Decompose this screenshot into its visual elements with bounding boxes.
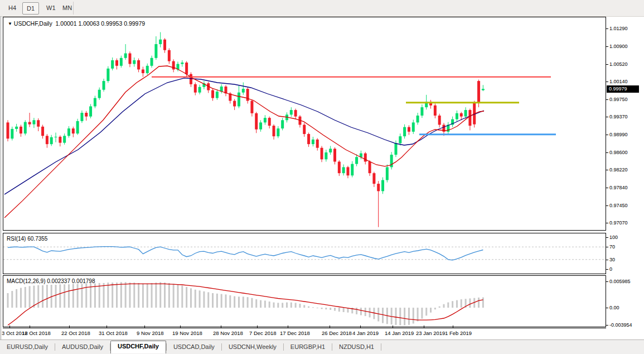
macd-histogram-bar [456, 300, 458, 308]
time-tick [144, 326, 145, 328]
macd-histogram-bar [399, 308, 401, 326]
time-tick [30, 326, 30, 328]
rsi-tick [606, 260, 608, 260]
macd-histogram-bar [243, 296, 244, 308]
time-tick-label: 28 Nov 2018 [213, 330, 243, 336]
chart-tab-eurusd[interactable]: EURUSD,Daily [0, 342, 55, 352]
macd-histogram-bar [299, 304, 301, 308]
rsi-canvas[interactable] [3, 233, 606, 273]
bull-candle [417, 116, 419, 122]
macd-histogram-bar [382, 308, 384, 323]
macd-histogram-bar [377, 308, 379, 321]
price-tick-label: 0.98600 [609, 150, 628, 155]
macd-histogram-bar [469, 298, 471, 308]
mt4-window: { "toolbar": {"buttons": ["H4","D1","W1"… [0, 0, 644, 354]
macd-histogram-bar [282, 303, 283, 308]
bull-candle [55, 137, 57, 137]
time-tick [360, 326, 361, 328]
macd-histogram-bar [20, 288, 22, 308]
macd-histogram-bar [203, 291, 205, 308]
macd-histogram-bar [142, 284, 144, 308]
price-tick-label: 0.98220 [609, 168, 628, 173]
price-tick [606, 64, 608, 65]
macd-histogram-bar [42, 285, 43, 308]
macd-histogram-bar [99, 283, 100, 308]
macd-histogram-bar [177, 285, 178, 308]
timeframe-button-d1[interactable]: D1 [22, 2, 39, 15]
bull-candle [312, 140, 314, 144]
time-tick-label: 26 Dec 2018 [322, 330, 352, 336]
bear-candle [72, 128, 75, 133]
price-tick [606, 82, 608, 82]
time-tick-label: 19 Nov 2018 [172, 330, 202, 336]
macd-histogram-bar [264, 300, 266, 308]
bull-candle [420, 107, 423, 116]
bear-candle [115, 60, 118, 66]
macd-histogram-bar [247, 297, 249, 308]
chart-tab-usdcnh[interactable]: USDCNH,Weekly [222, 342, 283, 352]
macd-histogram-bar [199, 290, 201, 308]
macd-histogram-bar [447, 303, 449, 308]
bear-candle [211, 90, 214, 98]
macd-histogram-bar [408, 308, 410, 325]
price-tick [606, 152, 608, 153]
macd-histogram-bar [37, 285, 39, 308]
macd-histogram-bar [64, 284, 65, 308]
macd-histogram-bar [234, 296, 235, 308]
bear-candle [468, 110, 471, 126]
price-tick [606, 223, 608, 223]
macd-histogram-bar [77, 284, 79, 308]
macd-histogram-bar [439, 307, 440, 308]
time-tick-label: 7 Dec 2018 [249, 330, 277, 336]
macd-histogram-bar [343, 308, 345, 312]
bull-candle [238, 93, 240, 107]
price-chart-canvas[interactable] [3, 17, 606, 229]
price-tick [606, 170, 608, 170]
chart-tab-usdcad[interactable]: USDCAD,Daily [167, 342, 221, 352]
bull-candle [456, 113, 458, 119]
chart-tab-audusd[interactable]: AUDUSD,Daily [55, 342, 110, 352]
price-tick-label: 0.99750 [609, 97, 628, 102]
bull-candle [464, 110, 467, 117]
chart-tab-eurgbp[interactable]: EURGBP,H1 [284, 342, 332, 352]
timeframe-button-w1[interactable]: W1 [42, 2, 60, 13]
macd-histogram-bar [273, 303, 275, 308]
macd-histogram-bar [225, 294, 227, 308]
bull-candle [198, 87, 201, 93]
macd-histogram-bar [155, 283, 157, 308]
bear-candle [163, 40, 166, 50]
bull-candle [89, 106, 92, 116]
bull-candle [111, 60, 114, 69]
bear-candle [303, 125, 306, 134]
bear-candle [250, 101, 253, 113]
bear-candle [255, 113, 258, 130]
time-tick-label: 22 Oct 2018 [61, 330, 90, 336]
bull-candle [133, 60, 135, 64]
macd-histogram-bar [330, 308, 331, 310]
time-axis-line [3, 328, 606, 328]
bear-candle [20, 127, 22, 133]
macd-histogram-bar [260, 300, 262, 308]
macd-histogram-bar [290, 303, 292, 308]
macd-tick-label: 0.005985 [609, 279, 631, 284]
macd-canvas[interactable] [3, 276, 606, 327]
bull-candle [106, 69, 109, 81]
time-tick-label: 4 Jan 2019 [352, 330, 379, 336]
chart-tab-nzdusd[interactable]: NZDUSD,H1 [332, 342, 381, 352]
bull-candle [11, 129, 13, 138]
macd-histogram-bar [151, 283, 153, 308]
bear-candle [233, 101, 236, 107]
chart-tab-usdchf[interactable]: USDCHF,Daily [110, 341, 166, 353]
macd-histogram-bar [482, 298, 484, 308]
bull-candle [325, 152, 327, 159]
bull-candle [103, 81, 105, 90]
bear-candle [128, 54, 131, 64]
macd-histogram-bar [325, 308, 327, 309]
macd-histogram-bar [181, 286, 183, 308]
bull-candle [67, 128, 70, 136]
timeframe-button-h4[interactable]: H4 [4, 2, 20, 13]
bull-candle [394, 143, 397, 155]
bear-candle [321, 148, 323, 160]
macd-histogram-bar [356, 308, 357, 314]
macd-histogram-bar [334, 308, 336, 311]
